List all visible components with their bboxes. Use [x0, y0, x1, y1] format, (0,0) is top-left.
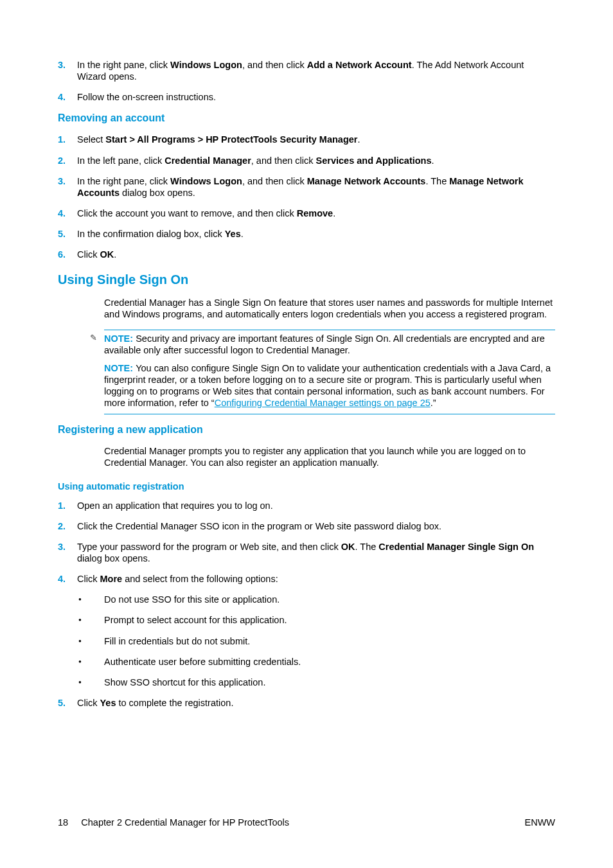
step-body: In the left pane, click Credential Manag… [77, 155, 555, 166]
step-number: 4. [58, 208, 77, 219]
removing-item: 5.In the confirmation dialog box, click … [58, 228, 555, 240]
step-body: Type your password for the program or We… [77, 541, 555, 564]
step-body: Open an application that requires you to… [77, 500, 555, 511]
initial-item: 4.Follow the on-screen instructions. [58, 91, 555, 103]
list-add-network-account: 3.In the right pane, click Windows Logon… [58, 59, 555, 103]
bullet-icon: ● [77, 614, 104, 626]
note-block-sso: ✎NOTE: Security and privacy are importan… [104, 330, 555, 415]
step-body: In the right pane, click Windows Logon, … [77, 59, 555, 82]
note-icon: ✎ [90, 333, 99, 343]
footer-page-number: 18 [58, 817, 68, 828]
step-number: 1. [58, 134, 77, 145]
autoreg-item: 5.Click Yes to complete the registration… [58, 697, 555, 709]
step-number: 5. [58, 697, 77, 709]
page-footer: 18 Chapter 2 Credential Manager for HP P… [58, 817, 555, 828]
list-item: ●Do not use SSO for this site or applica… [77, 594, 555, 605]
registering-intro-text: Credential Manager prompts you to regist… [104, 445, 555, 468]
step-body: Click OK. [77, 249, 555, 260]
removing-item: 6.Click OK. [58, 249, 555, 260]
step-body: Click Yes to complete the registration. [77, 697, 555, 709]
step-number: 2. [58, 520, 77, 532]
step-body: Follow the on-screen instructions. [77, 91, 555, 103]
bullet-text: Show SSO shortcut for this application. [104, 677, 555, 688]
list-removing-account: 1.Select Start > All Programs > HP Prote… [58, 134, 555, 260]
heading-registering-app: Registering a new application [58, 423, 555, 436]
bullet-text: Prompt to select account for this applic… [104, 614, 555, 626]
note: ✎NOTE: Security and privacy are importan… [104, 333, 555, 356]
step-number: 4. [58, 91, 77, 103]
autoreg-item: 2.Click the Credential Manager SSO icon … [58, 520, 555, 532]
footer-right: ENWW [524, 817, 555, 828]
step-number: 6. [58, 249, 77, 260]
bullet-icon: ● [77, 677, 104, 688]
step-number: 3. [58, 541, 77, 564]
section-registering: Credential Manager prompts you to regist… [104, 445, 555, 468]
list-item: ●Authenticate user before submitting cre… [77, 656, 555, 668]
step-number: 3. [58, 59, 77, 82]
list-item: ●Fill in credentials but do not submit. [77, 635, 555, 647]
step-number: 3. [58, 175, 77, 199]
step-body: In the right pane, click Windows Logon, … [77, 175, 555, 199]
heading-using-sso: Using Single Sign On [58, 272, 555, 288]
step-number: 2. [58, 155, 77, 166]
section-sso: Credential Manager has a Single Sign On … [104, 297, 555, 414]
step-number: 4. [58, 573, 77, 585]
bullet-text: Fill in credentials but do not submit. [104, 635, 555, 647]
step-body: Click the Credential Manager SSO icon in… [77, 520, 555, 532]
heading-auto-registration: Using automatic registration [58, 481, 555, 492]
step-number: 1. [58, 500, 77, 511]
list-auto-registration: 1.Open an application that requires you … [58, 500, 555, 709]
list-item: ●Prompt to select account for this appli… [77, 614, 555, 626]
footer-chapter: Chapter 2 Credential Manager for HP Prot… [81, 817, 289, 828]
step-body: Click the account you want to remove, an… [77, 208, 555, 219]
autoreg-item: 3.Type your password for the program or … [58, 541, 555, 564]
bullet-text: Do not use SSO for this site or applicat… [104, 594, 555, 605]
bullet-icon: ● [77, 656, 104, 668]
autoreg-item: 1.Open an application that requires you … [58, 500, 555, 511]
step-body: In the confirmation dialog box, click Ye… [77, 228, 555, 240]
step-body: Click More and select from the following… [77, 573, 555, 585]
bullet-icon: ● [77, 635, 104, 647]
step-number: 5. [58, 228, 77, 240]
step-body: Select Start > All Programs > HP Protect… [77, 134, 555, 145]
removing-item: 3.In the right pane, click Windows Logon… [58, 175, 555, 199]
bullet-text: Authenticate user before submitting cred… [104, 656, 555, 668]
removing-item: 1.Select Start > All Programs > HP Prote… [58, 134, 555, 145]
heading-removing-account: Removing an account [58, 112, 555, 125]
sso-intro-text: Credential Manager has a Single Sign On … [104, 297, 555, 320]
bullet-icon: ● [77, 594, 104, 605]
note: NOTE: You can also configure Single Sign… [104, 362, 555, 409]
list-item: ●Show SSO shortcut for this application. [77, 677, 555, 688]
note-label: NOTE: [104, 333, 136, 344]
link-configuring-settings[interactable]: Configuring Credential Manager settings … [215, 398, 431, 408]
initial-item: 3.In the right pane, click Windows Logon… [58, 59, 555, 82]
note-label: NOTE: [104, 363, 136, 373]
autoreg-item: 4.Click More and select from the followi… [58, 573, 555, 585]
removing-item: 4.Click the account you want to remove, … [58, 208, 555, 219]
removing-item: 2.In the left pane, click Credential Man… [58, 155, 555, 166]
footer-left: 18 Chapter 2 Credential Manager for HP P… [58, 817, 289, 828]
page: 3.In the right pane, click Windows Logon… [0, 0, 613, 868]
bullet-list: ●Do not use SSO for this site or applica… [77, 594, 555, 688]
